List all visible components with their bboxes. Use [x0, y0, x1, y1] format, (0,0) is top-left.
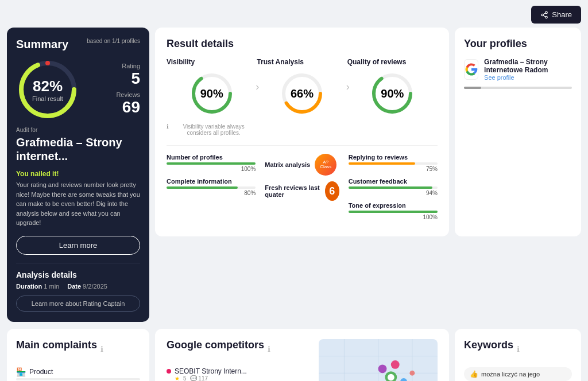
- bottom-row: Main complaints ℹ 🏪 Product 0% 🚗 Deliver…: [0, 329, 588, 382]
- quality-percent: 90%: [381, 87, 404, 100]
- complete-info-val: 80%: [167, 190, 256, 196]
- svg-line-4: [543, 13, 546, 14]
- visibility-gauge: 90%: [189, 71, 235, 116]
- complaint-product-header: 🏪 Product: [16, 367, 140, 376]
- product-bar: [16, 378, 140, 380]
- complete-info-fill: [167, 186, 238, 189]
- feedback-val: 94%: [349, 190, 438, 196]
- nailed-it: You nailed it!: [16, 170, 140, 178]
- trust-metric: Trust Analysis 66%: [257, 58, 347, 136]
- reviews-value: 69: [116, 98, 140, 116]
- svg-point-22: [391, 360, 400, 369]
- keyword-1-text: można liczyć na jego: [481, 371, 540, 378]
- num-profiles-fill: [167, 162, 256, 165]
- complaints-title: Main complaints: [16, 339, 97, 351]
- competitors-card: Google competitors ℹ SEOBIT Strony Inter…: [155, 329, 449, 382]
- keywords-info-icon[interactable]: ℹ: [517, 345, 520, 353]
- feedback-label: Customer feedback: [349, 178, 438, 185]
- analysis-title: Analysis details: [16, 270, 140, 279]
- svg-point-25: [400, 378, 407, 381]
- gauge-text: 82% Final result: [32, 77, 63, 102]
- comp-1-name: SEOBIT Strony Intern...: [175, 367, 247, 375]
- tone-fill: [349, 211, 438, 213]
- learn-more-about-button[interactable]: Learn more about Rating Captain: [16, 296, 140, 312]
- keyword-1: 👍 można liczyć na jego: [464, 367, 572, 381]
- chart-area: Reviews →: [319, 339, 438, 382]
- competitors-info-icon[interactable]: ℹ: [268, 345, 270, 353]
- profiles-scrollbar: [464, 87, 572, 89]
- six-badge: 6: [325, 181, 339, 201]
- analysis-meta: Duration 1 min Date 9/2/2025: [16, 283, 140, 290]
- feedback-metric: Customer feedback 94%: [349, 178, 438, 196]
- complaints-card: Main complaints ℹ 🏪 Product 0% 🚗 Deliver…: [7, 329, 149, 382]
- analysis-details: Analysis details Duration 1 min Date 9/2…: [16, 263, 140, 312]
- quality-metric: Quality of reviews 90%: [347, 58, 438, 136]
- competitors-header: Google competitors ℹ: [167, 339, 310, 359]
- num-profiles-metric: Number of profiles 100%: [167, 154, 256, 172]
- final-percent: 82%: [32, 77, 63, 95]
- result-left: Number of profiles 100% Complete informa…: [167, 154, 256, 226]
- complaints-header: Main complaints ℹ: [16, 339, 140, 359]
- comp-1-dot: [167, 369, 171, 374]
- complaints-info-icon[interactable]: ℹ: [100, 345, 103, 353]
- date: Date 9/2/2025: [67, 283, 107, 290]
- result-bottom: Number of profiles 100% Complete informa…: [167, 154, 438, 226]
- matrix-label: Matrix analysis: [265, 161, 310, 168]
- keywords-title: Keywords: [464, 339, 513, 351]
- tone-label: Tone of expression: [349, 202, 438, 209]
- summary-card: Summary based on 1/1 profiles 82% Final …: [7, 28, 149, 322]
- learn-more-button[interactable]: Learn more: [16, 236, 140, 255]
- share-bar: Share: [531, 6, 581, 24]
- google-logo: [465, 63, 478, 76]
- tone-bar: [349, 211, 438, 213]
- fresh-label: Fresh reviews last quater: [265, 184, 320, 198]
- rating-value: 5: [116, 69, 140, 88]
- svg-point-30: [388, 374, 394, 380]
- competitors-list: Google competitors ℹ SEOBIT Strony Inter…: [167, 339, 310, 382]
- main-layout: Summary based on 1/1 profiles 82% Final …: [0, 0, 588, 329]
- result-metrics: Visibility 90% ℹVisibility variable alwa…: [167, 58, 438, 146]
- final-label: Final result: [32, 95, 63, 102]
- visibility-metric: Visibility 90% ℹVisibility variable alwa…: [167, 58, 257, 136]
- keywords-header: Keywords ℹ: [464, 339, 572, 359]
- see-profile-link[interactable]: See profile: [484, 74, 572, 81]
- chart-svg: Reviews →: [319, 339, 438, 382]
- svg-point-7: [45, 61, 50, 65]
- visibility-percent: 90%: [200, 87, 223, 100]
- complete-info-label: Complete information: [167, 178, 256, 185]
- result-right: Replying to reviews 75% Customer feedbac…: [349, 154, 438, 226]
- google-icon: [464, 59, 478, 80]
- visibility-note: ℹVisibility variable always considers al…: [167, 123, 257, 136]
- replying-fill: [349, 162, 415, 165]
- share-icon: [540, 11, 548, 19]
- trust-label: Trust Analysis: [257, 58, 304, 66]
- replying-metric: Replying to reviews 75%: [349, 154, 438, 172]
- rating-reviews: Rating 5 Reviews 69: [116, 63, 140, 116]
- a-badge: A? Class: [315, 154, 336, 176]
- rating-label: Rating: [116, 63, 140, 69]
- duration: Duration 1 min: [16, 283, 59, 290]
- result-details-card: Result details Visibility 90% ℹVisibilit…: [155, 28, 449, 236]
- feedback-fill: [349, 186, 432, 189]
- trust-percent: 66%: [291, 87, 314, 100]
- replying-val: 75%: [349, 166, 438, 172]
- complete-info-bar: [167, 186, 256, 189]
- reviews-label: Reviews: [116, 91, 140, 98]
- comp-1-star: ★: [175, 375, 180, 382]
- comp-1-meta: ★5 💬 117: [175, 375, 247, 382]
- matrix-badge: Matrix analysis A? Class: [265, 154, 339, 176]
- tone-metric: Tone of expression 100%: [349, 202, 438, 220]
- profile-item: Grafmedia – Strony internetowe Radom See…: [464, 58, 572, 81]
- summary-header: Summary based on 1/1 profiles: [16, 38, 140, 52]
- trust-gauge: 66%: [279, 71, 325, 116]
- num-profiles-bar: [167, 162, 256, 165]
- profiles-card: Your profiles Grafmedia – Strony interne…: [455, 28, 581, 236]
- quality-gauge: 90%: [369, 71, 415, 116]
- nailed-desc: Your rating and reviews number look pret…: [16, 180, 140, 228]
- profiles-title: Your profiles: [464, 38, 572, 50]
- num-profiles-label: Number of profiles: [167, 154, 256, 161]
- competitor-1: SEOBIT Strony Intern... ★5 💬 117: [167, 367, 310, 382]
- svg-point-23: [378, 364, 386, 373]
- svg-line-3: [543, 15, 546, 16]
- share-button[interactable]: Share: [531, 6, 581, 24]
